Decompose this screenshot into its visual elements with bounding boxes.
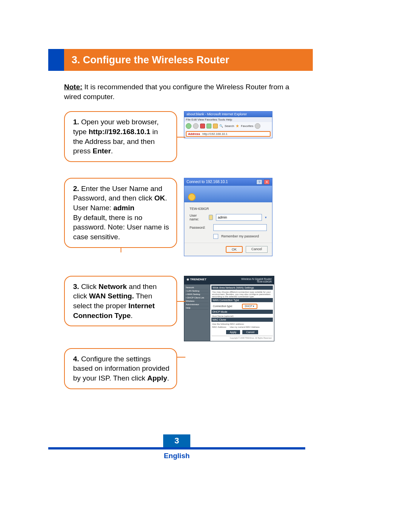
browser-menubar: File Edit View Favorites Tools Help	[184, 117, 272, 122]
step-4-number: 4.	[73, 355, 79, 363]
key-icon	[188, 193, 196, 201]
step-2-number: 2.	[73, 185, 79, 193]
connector-line	[121, 247, 121, 252]
cancel-admin-button[interactable]: Cancel	[242, 330, 258, 334]
step-2-row: 2. Enter the User Name and Password, and…	[64, 178, 305, 256]
wan-description: You may choose different connection type…	[211, 290, 273, 298]
stop-icon[interactable]	[200, 124, 205, 128]
step-4-row: 4. Configure the settings based on infor…	[64, 348, 305, 389]
home-icon[interactable]	[213, 124, 218, 128]
user-icon	[209, 215, 213, 220]
note-text: It is recommended that you configure the…	[64, 83, 289, 101]
sidebar-item-administrator[interactable]: Administrator	[186, 303, 208, 306]
section-header: 3. Configure the Wireless Router	[48, 49, 407, 71]
ok-button[interactable]: OK	[226, 246, 243, 253]
sidebar-item-help[interactable]: Help	[186, 306, 208, 310]
username-label: User name:	[190, 214, 206, 221]
step-3-number: 3.	[73, 283, 79, 290]
step-3-callout: 3. Click Network and then click WAN Sett…	[64, 276, 177, 327]
step-3-row: 3. Click Network and then click WAN Sett…	[64, 276, 305, 341]
admin-columns: Network • LAN Setting • WAN Setting • DH…	[184, 284, 274, 341]
username-row: User name: ▾	[190, 214, 267, 221]
step-1-row: 1. Open your web browser, type http://19…	[64, 111, 305, 162]
admin-page-screenshot: ◉ TRENDNET Wireless N Gigabit RouterTEW-…	[184, 276, 274, 341]
cancel-button[interactable]: Cancel	[246, 246, 268, 253]
connector-line	[176, 301, 185, 302]
browser-titlebar: about:blank - Microsoft Internet Explore…	[184, 112, 272, 117]
admin-main: Wide Area Network (WAN) Settings You may…	[210, 284, 274, 341]
brand-label: TRENDNET	[190, 278, 207, 281]
connector-line	[176, 137, 185, 138]
step-4-callout: 4. Configure the settings based on infor…	[64, 348, 177, 389]
step-1-callout: 1. Open your web browser, type http://19…	[64, 111, 177, 162]
conn-type-heading: WAN Connection Type	[211, 298, 273, 302]
header-accent	[48, 49, 64, 71]
mac-clone-heading: MAC Clone	[211, 318, 273, 322]
close-icon[interactable]: X	[264, 179, 270, 185]
dialog-title: Connect to 192.168.10.1	[187, 180, 228, 184]
step-1-number: 1.	[73, 118, 79, 126]
address-value: http://192.168.10.1	[202, 132, 228, 136]
sidebar-item-wireless[interactable]: Wireless	[186, 300, 208, 303]
connector-line	[176, 357, 185, 358]
dialog-buttons: OK Cancel	[184, 243, 272, 256]
router-model: TEW-639GR	[190, 207, 267, 211]
page-footer: 3 English	[48, 434, 305, 460]
refresh-icon[interactable]	[207, 124, 211, 128]
browser-screenshot: about:blank - Microsoft Internet Explore…	[184, 111, 272, 138]
browser-toolbar: 🔍Search ★Favorites	[184, 122, 272, 130]
note-paragraph: Note: It is recommended that you configu…	[64, 82, 305, 101]
password-label: Password:	[190, 226, 210, 229]
address-bar[interactable]: Address http://192.168.10.1	[186, 131, 271, 137]
page-number: 3	[163, 434, 190, 447]
sidebar-item-wan[interactable]: • WAN Setting	[186, 293, 208, 296]
dhcp-heading: DHCP Mode	[211, 310, 273, 314]
footer-bar	[48, 447, 305, 449]
dialog-banner	[184, 186, 272, 202]
admin-buttons: Apply Cancel	[211, 330, 273, 334]
password-row: Password:	[190, 224, 267, 231]
username-input[interactable]	[216, 214, 262, 221]
admin-header: ◉ TRENDNET Wireless N Gigabit RouterTEW-…	[184, 276, 274, 284]
apply-button[interactable]: Apply	[226, 330, 240, 334]
dropdown-icon[interactable]: ▾	[265, 216, 267, 219]
back-icon[interactable]	[186, 123, 191, 129]
history-icon[interactable]	[255, 123, 260, 129]
password-input[interactable]	[213, 224, 267, 231]
sidebar-item-network[interactable]: Network	[186, 286, 208, 289]
dialog-titlebar: Connect to 192.168.10.1 ? X	[184, 178, 272, 186]
document-page: 3. Configure the Wireless Router Note: I…	[0, 0, 407, 483]
body-area: Note: It is recommended that you configu…	[64, 82, 305, 389]
step-2-callout: 2. Enter the User Name and Password, and…	[64, 178, 177, 248]
favorites-icon[interactable]: ★	[236, 124, 239, 128]
admin-footer: Copyright © 2008 TRENDnet. All Rights Re…	[211, 336, 273, 340]
login-dialog-screenshot: Connect to 192.168.10.1 ? X TEW-639GR Us…	[184, 178, 272, 256]
remember-label: Remember my password	[221, 234, 259, 238]
wan-heading: Wide Area Network (WAN) Settings	[211, 286, 273, 290]
sidebar-item-lan[interactable]: • LAN Setting	[186, 289, 208, 293]
address-label: Address	[188, 132, 200, 136]
search-icon[interactable]: 🔍	[219, 124, 223, 128]
footer-language: English	[48, 452, 305, 460]
connection-type-select[interactable]: DHCP ▾	[242, 304, 258, 309]
help-icon[interactable]: ?	[256, 179, 262, 185]
dialog-body: TEW-639GR User name: ▾ Password: Remembe…	[184, 202, 272, 243]
admin-sidebar: Network • LAN Setting • WAN Setting • DH…	[184, 284, 210, 341]
sidebar-item-dhcp[interactable]: • DHCP Client List	[186, 296, 208, 300]
note-label: Note:	[64, 83, 83, 91]
remember-checkbox[interactable]	[213, 234, 218, 239]
forward-icon[interactable]	[193, 123, 199, 129]
section-title: 3. Configure the Wireless Router	[64, 49, 313, 71]
remember-row: Remember my password	[190, 234, 267, 239]
